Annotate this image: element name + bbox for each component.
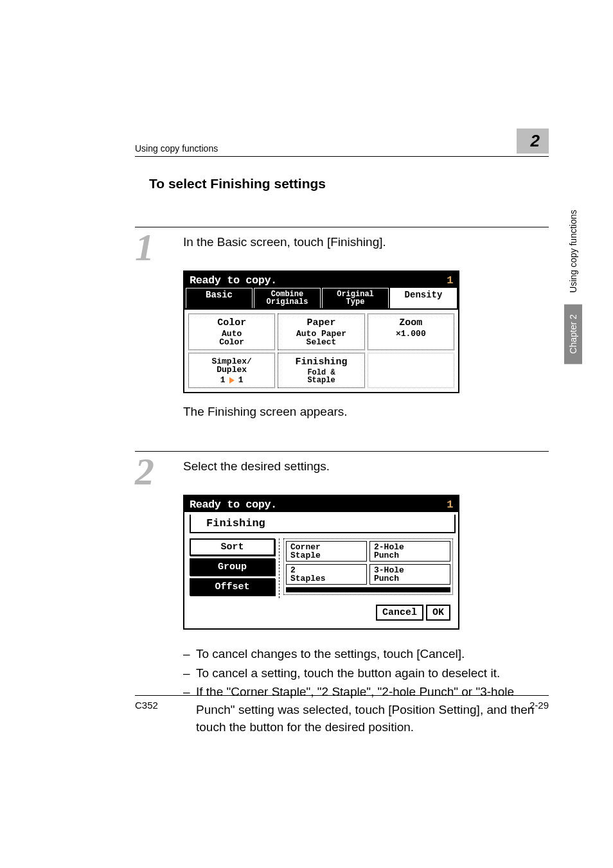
side-section-label: Using copy functions [565, 206, 581, 296]
step-divider [135, 227, 549, 227]
side-chapter-label: Chapter 2 [564, 304, 582, 364]
lcd2-status-text: Ready to copy. [190, 499, 277, 511]
side-tab: Chapter 2 Using copy functions [564, 206, 582, 364]
three-hole-punch-button[interactable]: 3-Hole Punch [369, 564, 450, 585]
offset-button[interactable]: Offset [190, 578, 275, 596]
step-1-result-text: The Finishing screen appears. [183, 405, 549, 419]
arrow-icon [229, 377, 235, 384]
step-number-2: 2 [135, 458, 170, 485]
bullet-2: To cancel a setting, touch the button ag… [196, 664, 549, 682]
cell-paper-value: Auto Paper Select [278, 328, 364, 348]
chapter-number-box: 2 [517, 128, 549, 154]
lcd-basic-screen: Ready to copy. 1 Basic Combine Originals… [183, 270, 459, 393]
two-staples-button[interactable]: 2 Staples [286, 564, 367, 585]
finishing-left-panel: Sort Group Offset [190, 538, 280, 598]
cell-empty [368, 353, 454, 388]
footer-model: C352 [135, 700, 158, 711]
step-1-text: In the Basic screen, touch [Finishing]. [183, 234, 549, 249]
lcd-status-text: Ready to copy. [190, 274, 277, 287]
page-header: Using copy functions 2 [135, 128, 549, 157]
cell-finishing[interactable]: Finishing Fold & Staple [278, 353, 364, 388]
tab-original-type[interactable]: Original Type [322, 288, 389, 308]
sort-button[interactable]: Sort [190, 538, 275, 556]
option-bar [286, 587, 450, 592]
step-2-bullets: –To cancel changes to the settings, touc… [183, 645, 549, 736]
tab-density[interactable]: Density [390, 288, 457, 308]
page-footer: C352 2-29 [135, 695, 549, 711]
lcd-basic-grid: Color Auto Color Paper Auto Paper Select… [184, 310, 458, 392]
footer-page-number: 2-29 [529, 700, 549, 711]
cell-color[interactable]: Color Auto Color [188, 314, 275, 350]
cell-zoom-label: Zoom [368, 316, 454, 328]
tab-combine-originals[interactable]: Combine Originals [254, 288, 321, 308]
two-hole-punch-button[interactable]: 2-Hole Punch [369, 541, 450, 562]
step-2: 2 Select the desired settings. Ready to … [135, 441, 549, 736]
ok-button[interactable]: OK [426, 605, 450, 621]
cell-finishing-label: Finishing [278, 355, 364, 368]
bullet-1: To cancel changes to the settings, touch… [196, 645, 549, 663]
section-title: To select Finishing settings [149, 176, 549, 191]
cell-zoom[interactable]: Zoom ×1.000 [368, 314, 454, 350]
step-number-1: 1 [135, 234, 170, 261]
group-button[interactable]: Group [190, 558, 275, 576]
cell-color-value: Auto Color [189, 328, 274, 348]
cell-color-label: Color [189, 316, 274, 328]
tab-basic[interactable]: Basic [186, 288, 253, 308]
step-1: 1 In the Basic screen, touch [Finishing]… [135, 217, 549, 419]
header-chapter: 2 [517, 128, 549, 154]
finishing-tab: Finishing [190, 515, 456, 533]
lcd2-status-bar: Ready to copy. 1 [184, 496, 458, 512]
lcd-copies: 1 [447, 274, 453, 287]
chapter-number: 2 [531, 131, 540, 151]
step-2-text: Select the desired settings. [183, 458, 549, 474]
cell-simplex-label: Simplex/ Duplex [189, 355, 274, 375]
cell-simplex-duplex[interactable]: Simplex/ Duplex 11 [188, 353, 275, 388]
lcd-finishing-screen: Ready to copy. 1 Finishing Sort Group Of… [183, 495, 459, 630]
header-section-label: Using copy functions [135, 143, 218, 154]
lcd2-copies: 1 [447, 499, 453, 511]
step-divider [135, 451, 549, 452]
cell-simplex-value: 11 [189, 375, 274, 385]
cancel-button[interactable]: Cancel [376, 605, 423, 621]
corner-staple-button[interactable]: Corner Staple [286, 541, 367, 562]
cell-finishing-value: Fold & Staple [278, 368, 364, 385]
lcd-tabs: Basic Combine Originals Original Type De… [184, 288, 458, 310]
lcd-status-bar: Ready to copy. 1 [184, 272, 458, 288]
cell-paper[interactable]: Paper Auto Paper Select [278, 314, 364, 350]
cell-zoom-value: ×1.000 [368, 328, 454, 339]
cell-paper-label: Paper [278, 316, 364, 328]
finishing-right-panel: Corner Staple 2-Hole Punch 2 Staples 3-H… [283, 538, 453, 598]
